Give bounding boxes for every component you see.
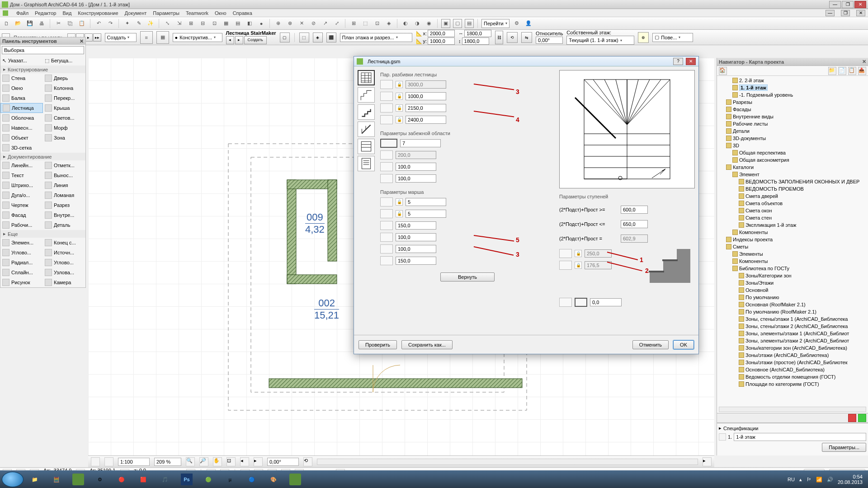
- menu-window[interactable]: Окно: [215, 10, 226, 16]
- dialog-help-button[interactable]: ?: [673, 58, 683, 65]
- p2-lock-icon[interactable]: 🔓: [396, 93, 403, 100]
- tool4-icon[interactable]: ⊟: [198, 19, 207, 28]
- tree-item[interactable]: Основная (RoofMaker 2.1): [718, 301, 867, 308]
- task-calc-icon[interactable]: 🧮: [46, 472, 67, 487]
- p4-lock-icon[interactable]: 🔓: [396, 116, 403, 123]
- nav-map-icon[interactable]: 📁: [828, 67, 836, 75]
- tree-item[interactable]: Общая аксонометрия: [718, 156, 867, 164]
- tool-[interactable]: Навесн...: [0, 123, 43, 133]
- mdi-close-button[interactable]: ✕: [856, 10, 865, 16]
- navigator-tree[interactable]: 2. 2-й этаж1. 1-й этаж-1. Подземный уров…: [717, 76, 868, 407]
- task-app1-icon[interactable]: ⚙: [90, 472, 110, 487]
- tree-item[interactable]: Каталоги: [718, 164, 867, 171]
- show-combo[interactable]: ▢ Пове...▾: [652, 33, 693, 42]
- construct-combo[interactable]: ● Конструктив...▾: [173, 33, 222, 42]
- m2-input[interactable]: [406, 210, 446, 218]
- layer-icon[interactable]: ≡: [140, 31, 153, 44]
- tool-[interactable]: Рисунок: [0, 277, 43, 287]
- menu-document[interactable]: Документ: [125, 10, 147, 16]
- snap5-icon[interactable]: ↗: [321, 19, 330, 28]
- tool-[interactable]: Отметк...: [43, 160, 85, 170]
- tree-item[interactable]: 2. 2-й этаж: [718, 77, 867, 84]
- sb-zoomout-icon[interactable]: 🔎: [199, 457, 208, 466]
- paste-icon[interactable]: 📋: [77, 19, 86, 28]
- task-browser-icon[interactable]: 🟥: [133, 472, 154, 487]
- w-field[interactable]: 1800,0: [464, 30, 491, 37]
- tree-item[interactable]: По умолчанию: [718, 294, 867, 301]
- nav-layout-icon[interactable]: 📋: [848, 67, 856, 75]
- rel-angle-field[interactable]: 0,00°: [536, 37, 563, 44]
- task-ps-icon[interactable]: Ps: [176, 472, 197, 487]
- layer2-btn-icon[interactable]: ▦: [156, 31, 169, 44]
- tree-item[interactable]: Зоны/этажи (ArchiCAD_Библиотека): [718, 352, 867, 359]
- tree-item[interactable]: Элемент: [718, 171, 867, 178]
- page-geometry-icon[interactable]: [358, 70, 375, 85]
- tool-[interactable]: Внутре...: [43, 210, 85, 220]
- tree-item[interactable]: 3D-документы: [718, 135, 867, 142]
- m5-input[interactable]: [396, 245, 436, 253]
- h-scrollbar[interactable]: [317, 459, 698, 465]
- m3-input[interactable]: [396, 221, 436, 230]
- task-itunes-icon[interactable]: 🎵: [155, 472, 175, 487]
- spec-name-field[interactable]: 1-й этаж: [734, 433, 866, 441]
- tool-[interactable]: Окно: [0, 83, 43, 93]
- tool-[interactable]: Линия: [43, 180, 85, 190]
- sb-icon-2[interactable]: [104, 457, 113, 466]
- m6-input[interactable]: [396, 257, 436, 265]
- anchor-icon[interactable]: ⊕: [638, 32, 649, 43]
- view3-icon[interactable]: ⊡: [373, 19, 382, 28]
- snap1-icon[interactable]: ⊕: [274, 19, 283, 28]
- tree-item[interactable]: Рабочие листы: [718, 120, 867, 127]
- own-floor-combo[interactable]: Текущий (1. 1-й этаж)▾: [566, 36, 634, 45]
- page-text-icon[interactable]: [358, 156, 375, 171]
- page-treads-icon[interactable]: [358, 104, 375, 120]
- tree-item[interactable]: Разрезы: [718, 99, 867, 106]
- tree-item[interactable]: Экспликация 1-й этаж: [718, 221, 867, 229]
- geom4-icon[interactable]: ⬛: [326, 33, 336, 42]
- save-as-button[interactable]: Сохранить как...: [401, 340, 453, 349]
- x-field[interactable]: 2000,0: [428, 30, 455, 37]
- tree-item[interactable]: Зоны, элементы/этажи 1 (ArchiCAD_Библиот: [718, 330, 867, 337]
- tool-[interactable]: Углово...: [43, 258, 85, 267]
- tool-[interactable]: Сплайн...: [0, 267, 43, 277]
- view2-icon[interactable]: ⬚: [361, 19, 370, 28]
- zoom-field[interactable]: 209 %: [154, 458, 181, 466]
- tool-[interactable]: Колонна: [43, 83, 85, 93]
- snap6-icon[interactable]: ⤢: [332, 19, 341, 28]
- tree-item[interactable]: Библиотека по ГОСТу: [718, 265, 867, 272]
- new-icon[interactable]: 🗋: [2, 19, 11, 28]
- p2-input[interactable]: [406, 92, 446, 100]
- tree-item[interactable]: Индексы проекта: [718, 236, 867, 243]
- tray-clock[interactable]: 0:5420.08.2013: [838, 474, 863, 485]
- magic-icon[interactable]: ✨: [146, 19, 155, 28]
- tool-3d[interactable]: 3D-сетка: [0, 143, 43, 153]
- revert-button[interactable]: Вернуть: [440, 272, 495, 282]
- tray-flag-icon[interactable]: 🏳: [807, 477, 811, 482]
- tray-net-icon[interactable]: 📶: [816, 477, 822, 483]
- task-explorer-icon[interactable]: 📁: [24, 472, 45, 487]
- lang-indicator[interactable]: RU: [788, 477, 795, 482]
- nav-view-icon[interactable]: 📄: [838, 67, 846, 75]
- p3-input[interactable]: [406, 104, 446, 112]
- geom2-icon[interactable]: ⬚: [299, 33, 309, 42]
- tree-item[interactable]: Детали: [718, 127, 867, 135]
- task-archicad-icon[interactable]: [68, 472, 89, 487]
- p1-input[interactable]: [406, 80, 446, 89]
- h-field[interactable]: 1800,0: [462, 38, 489, 45]
- geom3-icon[interactable]: ◈: [313, 33, 323, 42]
- p4-input[interactable]: [406, 116, 446, 124]
- tree-item[interactable]: 1. 1-й этаж: [718, 84, 867, 91]
- snap4-icon[interactable]: ⊘: [309, 19, 318, 28]
- w2-input[interactable]: [396, 151, 436, 159]
- tree-item[interactable]: 3D: [718, 142, 867, 149]
- task-skype-icon[interactable]: 🔵: [241, 472, 262, 487]
- tool-[interactable]: Углово...: [0, 248, 43, 258]
- pick-icon[interactable]: ✦: [123, 19, 132, 28]
- dialog-title-bar[interactable]: Лестница.gsm ? ✕: [354, 56, 698, 66]
- tool7-icon[interactable]: ▤: [233, 19, 242, 28]
- sb-prev-icon[interactable]: ◂: [240, 457, 249, 466]
- m1-lock-icon[interactable]: 🔓: [396, 198, 403, 206]
- marquee-tool[interactable]: ⬚Бегуща...: [43, 56, 85, 66]
- sb-end-icon[interactable]: ▸: [703, 457, 712, 466]
- tree-item[interactable]: Площади по категориям (ГОСТ): [718, 380, 867, 388]
